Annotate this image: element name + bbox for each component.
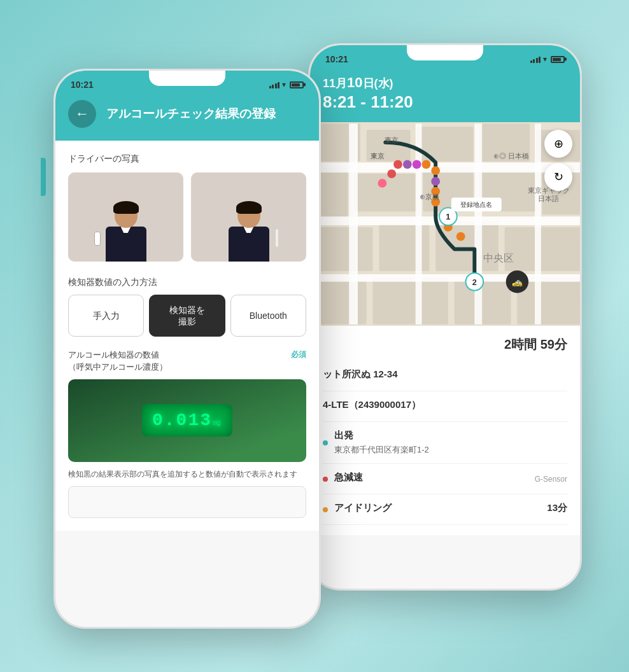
map-layers-button[interactable]: ⊕ xyxy=(544,130,572,158)
alert-dot xyxy=(323,477,328,482)
phone-right: 10:21 ▾ 11月10日(水) xyxy=(308,43,582,591)
svg-point-26 xyxy=(393,160,402,169)
departure-title: 出発 xyxy=(334,430,429,442)
method-manual-button[interactable]: 手入力 xyxy=(68,295,144,337)
notch-right xyxy=(407,45,483,60)
info-row-vehicle: ット所沢ぬ 12-34 xyxy=(323,361,567,391)
right-signal-icon xyxy=(530,55,541,63)
svg-rect-25 xyxy=(535,123,541,325)
map-svg: 1 2 🚕 登録地点名 東京ギャラク 日本語 ⊕◎ 日本橋 東京 中央区 xyxy=(310,122,580,326)
input-method-label: 検知器数値の入力方法 xyxy=(68,277,306,288)
vehicle-title: ット所沢ぬ 12-34 xyxy=(323,368,567,381)
svg-rect-22 xyxy=(349,123,358,325)
right-wifi-icon: ▾ xyxy=(543,55,547,64)
network-title: 4-LTE（2439000017） xyxy=(323,399,567,411)
head-right xyxy=(237,201,260,228)
breathalyzer-device xyxy=(94,232,101,246)
svg-rect-3 xyxy=(417,127,474,161)
right-header: 11月10日(水) 8:21 - 11:20 xyxy=(310,68,580,122)
driver-photo-label: ドライバーの写真 xyxy=(68,153,306,165)
info-row-idling: アイドリング 13分 xyxy=(323,494,567,525)
svg-text:中央区: 中央区 xyxy=(483,253,514,263)
left-time: 10:21 xyxy=(71,80,94,90)
svg-rect-23 xyxy=(416,123,422,325)
head-left xyxy=(115,201,138,228)
hair-right xyxy=(236,201,262,214)
map-container[interactable]: 1 2 🚕 登録地点名 東京ギャラク 日本語 ⊕◎ 日本橋 東京 中央区 xyxy=(310,122,580,326)
layers-icon: ⊕ xyxy=(554,137,563,151)
idling-value: 13分 xyxy=(547,502,567,514)
right-battery-icon xyxy=(551,56,565,63)
photos-row xyxy=(68,172,306,262)
svg-point-27 xyxy=(403,160,412,169)
date-row: 11月10日(水) xyxy=(323,74,567,91)
hair-left xyxy=(113,201,139,214)
svg-text:⊕京橋: ⊕京橋 xyxy=(420,193,439,200)
right-time: 10:21 xyxy=(325,54,348,64)
signal-icon xyxy=(269,81,280,88)
right-status-icons: ▾ xyxy=(530,55,565,64)
info-row-network: 4-LTE（2439000017） xyxy=(323,391,567,422)
phones-container: 10:21 ▾ ← xyxy=(41,31,588,641)
phone-left: 10:21 ▾ ← xyxy=(53,69,321,629)
svg-point-37 xyxy=(456,232,465,241)
driver-photo-1[interactable] xyxy=(68,172,183,262)
right-content: 2時間 59分 ット所沢ぬ 12-34 4-LTE（2439000017） xyxy=(310,326,580,535)
svg-text:1: 1 xyxy=(446,212,450,221)
svg-point-32 xyxy=(387,169,396,178)
method-camera-button[interactable]: 検知器を撮影 xyxy=(149,295,225,337)
alcohol-image[interactable]: 0.013㎎ xyxy=(68,379,306,462)
time-range: 8:21 - 11:20 xyxy=(323,92,567,112)
alcohol-display-value: 0.013㎎ xyxy=(142,404,232,437)
refresh-icon: ↻ xyxy=(554,170,563,184)
svg-rect-24 xyxy=(474,123,482,325)
svg-text:⊕◎ 日本橋: ⊕◎ 日本橋 xyxy=(493,152,529,160)
svg-text:2: 2 xyxy=(472,277,477,287)
right-phone-screen: 10:21 ▾ 11月10日(水) xyxy=(310,45,580,589)
info-row-departure: 出発 東京都千代田区有楽町1-2 xyxy=(323,422,567,464)
svg-point-29 xyxy=(422,160,431,169)
svg-rect-7 xyxy=(354,174,417,211)
duration-text: 2時間 59分 xyxy=(323,336,567,353)
method-buttons-row: 手入力 検知器を撮影 Bluetooth xyxy=(68,295,306,337)
required-badge: 必須 xyxy=(291,349,306,360)
svg-point-30 xyxy=(431,166,440,175)
notch-left xyxy=(149,71,225,86)
svg-text:東京: 東京 xyxy=(371,152,385,160)
sidebar-accent xyxy=(41,158,46,196)
left-status-icons: ▾ xyxy=(269,80,304,89)
page-title: アルコールチェック結果の登録 xyxy=(106,106,276,122)
back-arrow-icon: ← xyxy=(75,107,89,121)
departure-sub: 東京都千代田区有楽町1-2 xyxy=(334,444,429,456)
svg-rect-14 xyxy=(505,227,580,271)
svg-rect-17 xyxy=(455,281,511,325)
svg-text:登録地点名: 登録地点名 xyxy=(460,201,492,208)
alert-title: 急減速 xyxy=(334,472,363,484)
alcohol-hint-text: 検知黒の結果表示部の写真を追加すると数値が自動で表示されます xyxy=(68,468,306,480)
person-right xyxy=(229,201,269,262)
svg-text:🚕: 🚕 xyxy=(512,277,523,288)
alcohol-label: アルコール検知器の数値 （呼気中アルコール濃度） xyxy=(68,349,167,372)
left-header: ← アルコールチェック結果の登録 xyxy=(55,94,319,141)
battery-icon xyxy=(290,81,304,88)
person-left xyxy=(106,201,146,262)
map-refresh-button[interactable]: ↻ xyxy=(544,163,572,191)
info-row-alert: 急減速 G-Sensor xyxy=(323,464,567,494)
idling-dot xyxy=(323,507,328,512)
method-bluetooth-button[interactable]: Bluetooth xyxy=(230,295,306,337)
idling-title: アイドリング xyxy=(334,502,392,514)
svg-text:日本語: 日本語 xyxy=(538,195,559,203)
svg-text:東京: 東京 xyxy=(385,136,399,144)
svg-point-28 xyxy=(413,160,421,169)
alcohol-text-input[interactable] xyxy=(68,486,306,518)
svg-rect-16 xyxy=(373,277,448,325)
wifi-icon: ▾ xyxy=(282,80,286,89)
svg-point-31 xyxy=(431,177,440,186)
suit-left xyxy=(106,227,146,262)
alcohol-section: アルコール検知器の数値 （呼気中アルコール濃度） 必須 0.013㎎ 検知黒の結… xyxy=(68,349,306,517)
driver-photo-2[interactable] xyxy=(191,172,306,262)
input-method-section: 検知器数値の入力方法 手入力 検知器を撮影 Bluetooth xyxy=(68,277,306,337)
svg-point-33 xyxy=(378,179,386,188)
left-content: ドライバーの写真 xyxy=(55,141,319,531)
back-button[interactable]: ← xyxy=(68,100,96,128)
